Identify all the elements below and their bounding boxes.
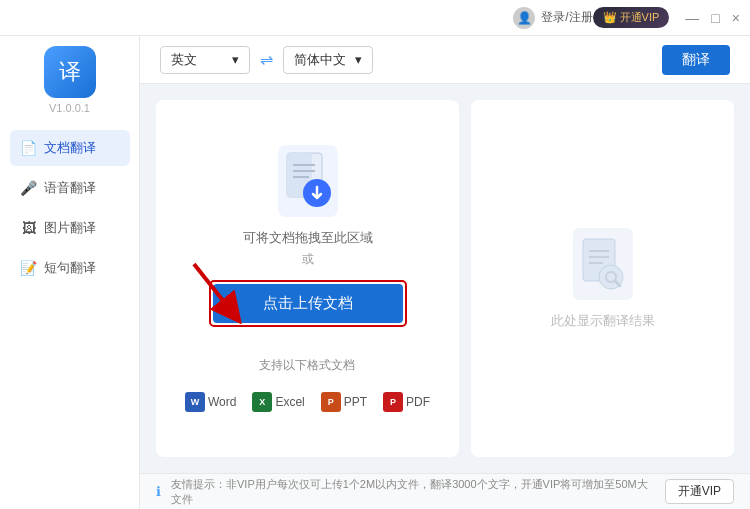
vip-header-button[interactable]: 👑 开通VIP [593, 7, 670, 28]
target-lang-select[interactable]: 简体中文 ▾ [283, 46, 373, 74]
format-ppt: P PPT [321, 392, 367, 412]
upload-icon-area [278, 145, 338, 217]
sidebar-item-voice[interactable]: 🎤 语音翻译 [10, 170, 130, 206]
doc-nav-icon: 📄 [20, 139, 38, 157]
ppt-icon: P [321, 392, 341, 412]
maximize-button[interactable]: □ [711, 10, 719, 26]
chevron-down-icon-2: ▾ [355, 52, 362, 67]
document-icon [283, 151, 333, 211]
user-area[interactable]: 👤 登录/注册 [513, 7, 592, 29]
pdf-label: PDF [406, 395, 430, 409]
work-area: 可将文档拖拽至此区域 或 点击上传文档 [140, 84, 750, 473]
sidebar: 译 V1.0.0.1 📄 文档翻译 🎤 语音翻译 🖼 图片翻译 📝 短句翻译 [0, 36, 140, 509]
result-placeholder-icon [573, 228, 633, 300]
toolbar: 英文 ▾ ⇌ 简体中文 ▾ 翻译 [140, 36, 750, 84]
swap-lang-button[interactable]: ⇌ [260, 50, 273, 69]
sidebar-item-image[interactable]: 🖼 图片翻译 [10, 210, 130, 246]
excel-icon: X [252, 392, 272, 412]
app-logo-char: 译 [59, 57, 81, 87]
format-word: W Word [185, 392, 236, 412]
formats-label: 支持以下格式文档 [259, 357, 355, 374]
minimize-button[interactable]: — [685, 10, 699, 26]
close-button[interactable]: × [732, 10, 740, 26]
result-placeholder-text: 此处显示翻译结果 [551, 312, 655, 330]
voice-nav-icon: 🎤 [20, 179, 38, 197]
image-nav-icon: 🖼 [20, 219, 38, 237]
content-area: 英文 ▾ ⇌ 简体中文 ▾ 翻译 [140, 36, 750, 509]
source-lang-select[interactable]: 英文 ▾ [160, 46, 250, 74]
pdf-icon: P [383, 392, 403, 412]
sidebar-item-doc[interactable]: 📄 文档翻译 [10, 130, 130, 166]
bottom-info-text: 友情提示：非VIP用户每次仅可上传1个2M以内文件，翻译3000个文字，开通VI… [171, 477, 655, 507]
chevron-down-icon: ▾ [232, 52, 239, 67]
drag-hint-text: 可将文档拖拽至此区域 [243, 229, 373, 247]
format-excel: X Excel [252, 392, 304, 412]
translate-button[interactable]: 翻译 [662, 45, 730, 75]
svg-line-6 [194, 264, 232, 312]
supported-formats-section: 支持以下格式文档 W Word X Excel P PPT [185, 357, 430, 412]
result-doc-icon [581, 237, 625, 291]
sentence-nav-icon: 📝 [20, 259, 38, 277]
crown-icon: 👑 [603, 11, 617, 24]
result-panel: 此处显示翻译结果 [471, 100, 734, 457]
sidebar-doc-label: 文档翻译 [44, 139, 96, 157]
user-login-label[interactable]: 登录/注册 [541, 9, 592, 26]
open-vip-button[interactable]: 开通VIP [665, 479, 734, 504]
arrow-indicator [184, 254, 244, 327]
word-icon: W [185, 392, 205, 412]
upload-panel: 可将文档拖拽至此区域 或 点击上传文档 [156, 100, 459, 457]
app-logo: 译 [44, 46, 96, 98]
word-label: Word [208, 395, 236, 409]
bottom-bar: ℹ 友情提示：非VIP用户每次仅可上传1个2M以内文件，翻译3000个文字，开通… [140, 473, 750, 509]
main-layout: 译 V1.0.0.1 📄 文档翻译 🎤 语音翻译 🖼 图片翻译 📝 短句翻译 英… [0, 36, 750, 509]
titlebar: 👤 登录/注册 👑 开通VIP — □ × [0, 0, 750, 36]
excel-label: Excel [275, 395, 304, 409]
sidebar-item-sentence[interactable]: 📝 短句翻译 [10, 250, 130, 286]
user-avatar-icon: 👤 [513, 7, 535, 29]
or-text: 或 [302, 251, 314, 268]
sidebar-sentence-label: 短句翻译 [44, 259, 96, 277]
window-controls: — □ × [685, 10, 740, 26]
app-version: V1.0.0.1 [49, 102, 90, 114]
format-list: W Word X Excel P PPT P P [185, 392, 430, 412]
format-pdf: P PDF [383, 392, 430, 412]
ppt-label: PPT [344, 395, 367, 409]
sidebar-voice-label: 语音翻译 [44, 179, 96, 197]
red-arrow-icon [184, 254, 244, 324]
info-icon: ℹ [156, 484, 161, 499]
sidebar-image-label: 图片翻译 [44, 219, 96, 237]
